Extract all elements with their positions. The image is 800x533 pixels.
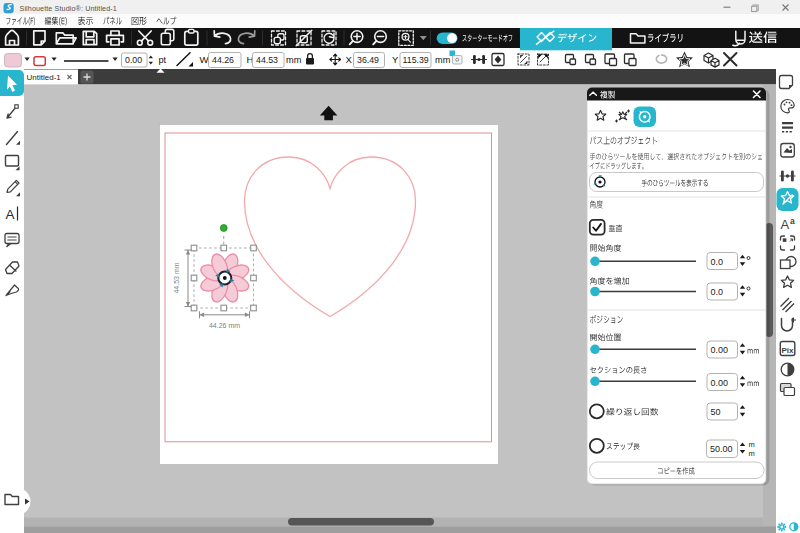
svg-text:mm: mm xyxy=(286,55,302,65)
svg-text:pt: pt xyxy=(159,55,167,65)
svg-text:0.0: 0.0 xyxy=(711,257,724,267)
svg-text:Silhouette Studio®: Untitled-1: Silhouette Studio®: Untitled-1 xyxy=(20,4,117,13)
svg-text:50: 50 xyxy=(711,407,721,417)
svg-text:44.53 mm: 44.53 mm xyxy=(173,262,180,293)
svg-text:0.00: 0.00 xyxy=(711,378,729,388)
svg-text:mm: mm xyxy=(435,55,451,65)
svg-text:m: m xyxy=(749,449,755,458)
svg-text:X: X xyxy=(346,54,353,65)
svg-text:Untitled-1: Untitled-1 xyxy=(27,73,62,82)
svg-text:44.26: 44.26 xyxy=(212,55,234,65)
svg-text:115.39: 115.39 xyxy=(403,55,429,65)
svg-text:44.26 mm: 44.26 mm xyxy=(209,322,240,329)
svg-text:a: a xyxy=(790,216,795,226)
svg-text:W: W xyxy=(200,54,209,65)
svg-text:Y: Y xyxy=(392,54,399,65)
svg-text:44.53: 44.53 xyxy=(256,55,278,65)
svg-text:A: A xyxy=(6,207,15,222)
svg-text:0.0: 0.0 xyxy=(711,287,724,297)
svg-text:Pix: Pix xyxy=(781,346,794,355)
svg-text:A: A xyxy=(781,217,790,232)
svg-text:m: m xyxy=(749,440,755,449)
svg-text:0.00: 0.00 xyxy=(125,55,142,65)
svg-text:0.00: 0.00 xyxy=(711,345,729,355)
svg-text:36.49: 36.49 xyxy=(357,55,379,65)
svg-text:50.00: 50.00 xyxy=(710,444,733,454)
